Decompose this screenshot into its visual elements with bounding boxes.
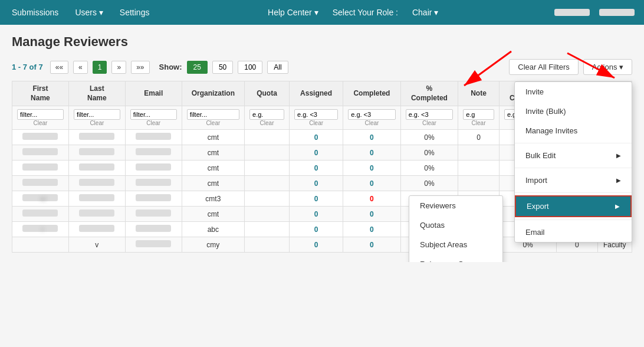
cell-ln [79,209,114,217]
cell-completed: 0 [343,237,400,253]
filter-org-input[interactable] [187,109,239,120]
clear-pct[interactable]: Clear [406,120,453,126]
clear-note[interactable]: Clear [463,120,494,126]
cell-ln [79,148,114,155]
cell-note [458,161,500,176]
filter-last-name: Clear [68,106,125,130]
cell-fn [22,179,58,186]
menu-manage-invites[interactable]: Manage Invites [515,121,632,140]
cell-quota [245,222,290,237]
divider4 [515,220,632,220]
cell-fn [22,209,58,217]
cell-assigned: 0 [290,145,343,161]
nav-role-label: Select Your Role : [333,3,398,22]
actions-dropdown: Invite Invite (Bulk) Manage Invites Bulk… [514,81,632,243]
filter-note-input[interactable] [463,109,494,120]
cell-org: cmt [182,145,244,161]
cell-ln [79,225,114,232]
filter-assigned-input[interactable] [294,109,338,120]
clear-completed[interactable]: Clear [348,120,395,126]
actions-button[interactable]: Actions ▾ [583,59,632,75]
menu-invite-bulk[interactable]: Invite (Bulk) [515,102,632,121]
show-all[interactable]: All [267,61,288,74]
filter-completed: Clear [343,106,400,130]
col-note: Note [458,81,500,106]
nav-user2 [599,9,635,16]
filter-pct: Clear [400,106,458,130]
show-50[interactable]: 50 [212,61,233,74]
pag-first[interactable]: «« [50,61,68,74]
clear-org[interactable]: Clear [187,120,239,126]
show-25[interactable]: 25 [187,61,208,74]
nav-user1 [554,9,590,16]
show-100[interactable]: 100 [238,61,262,74]
cell-quota [245,176,290,191]
pag-prev[interactable]: « [73,61,88,74]
actions-area: Actions ▾ Invite Invite (Bulk) Manage In… [583,59,632,75]
cell-email [136,179,171,186]
nav-role-chair[interactable]: Chair ▾ [410,3,441,22]
col-last-name: LastName [68,81,125,106]
cell-org: cmt [182,130,244,145]
submenu-relevance-scores[interactable]: Relevance Scores [409,254,502,262]
menu-export[interactable]: Export▶ [515,195,632,217]
col-first-name: FirstName [12,81,69,106]
cell-pct: 0% [400,130,458,145]
pag-next[interactable]: » [111,61,126,74]
cell-completed: 0 [343,130,400,145]
col-organization: Organization [182,81,244,106]
clear-all-filters-button[interactable]: Clear All Filters [509,59,578,75]
filter-last-name-input[interactable] [74,109,120,120]
filter-completed-input[interactable] [348,109,395,120]
submenu-reviewers[interactable]: Reviewers [409,196,502,215]
cell-note [458,176,500,191]
actions-dropdown-menu: Invite Invite (Bulk) Manage Invites Bulk… [514,81,632,243]
pag-page1[interactable]: 1 [93,61,107,74]
cell-email [136,209,171,217]
cell-completed: 0 [343,207,400,222]
clear-quota[interactable]: Clear [249,120,284,126]
col-completed: Completed [343,81,400,106]
cell-assigned: 0 [290,176,343,191]
cell-assigned: 0 [290,237,343,253]
cell-pct: 0% [400,161,458,176]
cell-fn [12,237,69,253]
filter-org: Clear [182,106,244,130]
clear-last-name[interactable]: Clear [74,120,120,126]
nav-submissions[interactable]: Submissions [9,3,61,22]
clear-assigned[interactable]: Clear [294,120,338,126]
submenu-quotas[interactable]: Quotas [409,215,502,235]
filter-first-name-input[interactable] [17,109,64,120]
cell-email [136,240,171,247]
cell-email [136,194,171,201]
menu-import[interactable]: Import▶ [515,171,632,190]
cell-email [136,133,171,140]
clear-email[interactable]: Clear [130,120,177,126]
submenu-subject-areas[interactable]: Subject Areas [409,235,502,254]
filter-pct-input[interactable] [406,109,453,120]
cell-ln [79,179,114,186]
cell-org: abc [182,222,244,237]
cell-assigned: 0 [290,191,343,207]
export-submenu: Reviewers Quotas Subject Areas Relevance… [409,195,503,262]
cell-email [136,148,171,155]
filter-quota-input[interactable] [249,109,284,120]
cell-quota [245,130,290,145]
filter-email-input[interactable] [130,109,177,120]
cell-email [136,163,171,171]
pag-last[interactable]: »» [131,61,149,74]
cell-org: cmy [182,237,244,253]
nav-users[interactable]: Users ▾ [73,3,105,22]
cell-email [136,225,171,232]
nav-help-center[interactable]: Help Center ▾ [265,3,321,22]
cell-org: cmt [182,176,244,191]
menu-bulk-edit[interactable]: Bulk Edit▶ [515,146,632,165]
clear-first-name[interactable]: Clear [17,120,64,126]
cell-assigned: 0 [290,161,343,176]
menu-invite[interactable]: Invite [515,82,632,102]
menu-email[interactable]: Email [515,222,632,242]
toolbar-area: 1 - 7 of 7 «« « 1 » »» Show: 25 50 100 A… [12,59,632,75]
nav-settings[interactable]: Settings [117,3,152,22]
cell-pct: 0% [400,176,458,191]
cell-note: 0 [458,130,500,145]
